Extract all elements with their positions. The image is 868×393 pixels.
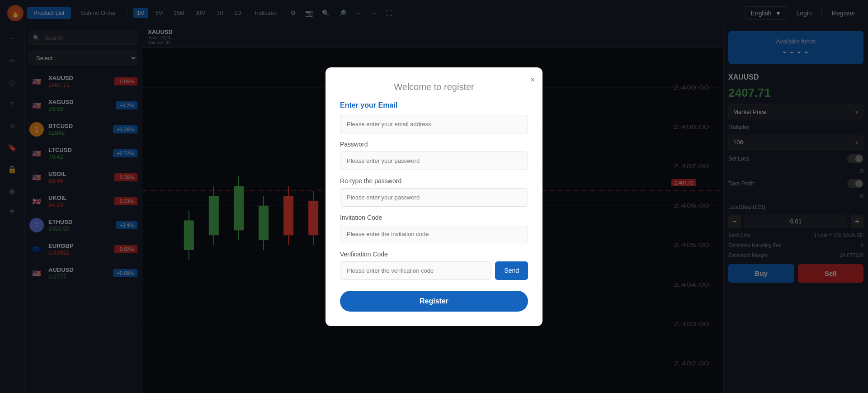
send-verification-button[interactable]: Send bbox=[495, 261, 528, 280]
verification-code-input[interactable] bbox=[340, 261, 491, 280]
password-input[interactable] bbox=[340, 152, 528, 170]
modal-close-button[interactable]: × bbox=[530, 75, 535, 85]
email-input[interactable] bbox=[340, 115, 528, 133]
retype-password-label: Re-type the password bbox=[340, 177, 528, 185]
register-submit-button[interactable]: Register bbox=[340, 291, 528, 312]
register-modal: × Welcome to register Enter your Email P… bbox=[326, 67, 542, 326]
modal-email-section-title: Enter your Email bbox=[340, 101, 528, 109]
password-label: Password bbox=[340, 141, 528, 148]
modal-overlay: × Welcome to register Enter your Email P… bbox=[0, 0, 868, 393]
invitation-code-label: Invitation Code bbox=[340, 214, 528, 221]
invitation-code-input[interactable] bbox=[340, 225, 528, 243]
retype-password-input[interactable] bbox=[340, 188, 528, 207]
modal-title: Welcome to register bbox=[340, 82, 528, 92]
verification-row: Send bbox=[340, 261, 528, 280]
verification-code-label: Verification Code bbox=[340, 251, 528, 258]
